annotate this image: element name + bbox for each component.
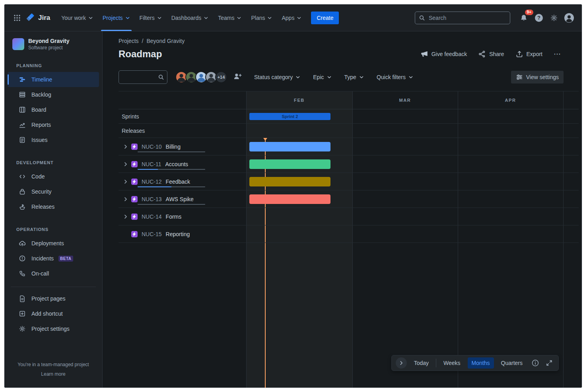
avatar-overflow-count[interactable]: +14 (215, 71, 227, 83)
app-switcher-button[interactable] (11, 12, 23, 24)
nav-item-your-work[interactable]: Your work (56, 4, 98, 31)
epic-filter[interactable]: Epic (313, 74, 331, 80)
epic-name: Forms (166, 213, 182, 220)
epic-bar[interactable] (249, 159, 330, 169)
epic-row-nuc-10[interactable]: NUC-10 Billing (119, 138, 579, 155)
chevron-down-icon (88, 16, 93, 20)
sidebar-item-backlog[interactable]: Backlog (8, 87, 99, 102)
nav-item-teams[interactable]: Teams (213, 4, 246, 31)
epic-progress-track (138, 186, 205, 187)
view-settings-button[interactable]: View settings (511, 71, 564, 83)
epic-bar[interactable] (249, 142, 330, 151)
sidebar-item-on-call[interactable]: On-call (8, 266, 99, 281)
create-button[interactable]: Create (311, 12, 339, 24)
help-button[interactable]: ? (533, 12, 545, 24)
status-category-filter[interactable]: Status category (254, 74, 300, 80)
epic-row-nuc-14[interactable]: NUC-14 Forms (119, 208, 579, 225)
chevron-down-icon (237, 16, 241, 20)
reports-icon (19, 121, 26, 128)
zoom-months-button[interactable]: Months (468, 357, 494, 369)
epic-icon (131, 179, 138, 185)
fullscreen-button[interactable] (544, 358, 554, 368)
expand-chevron-icon[interactable] (121, 177, 130, 186)
expand-chevron-icon[interactable] (121, 142, 130, 151)
zoom-weeks-button[interactable]: Weeks (439, 357, 465, 369)
expand-chevron-icon[interactable] (121, 194, 130, 204)
sidebar-item-issues[interactable]: Issues (8, 132, 99, 147)
epic-progress-track (138, 204, 205, 205)
ship-icon (19, 203, 26, 210)
project-avatar (12, 38, 24, 50)
epic-row-nuc-13[interactable]: NUC-13 AWS Spike (119, 190, 579, 208)
chevron-down-icon (295, 75, 300, 80)
sidebar-item-add-shortcut[interactable]: Add shortcut (8, 306, 99, 321)
epic-key: NUC-12 (142, 179, 162, 185)
today-button[interactable]: Today (410, 357, 433, 369)
more-actions-button[interactable]: ⋯ (554, 50, 561, 58)
profile-button[interactable] (563, 12, 575, 24)
sidebar-item-code[interactable]: Code (8, 169, 99, 184)
quick-filters[interactable]: Quick filters (377, 74, 413, 80)
jira-logo[interactable]: Jira (27, 14, 50, 22)
timeline-zoom-controls: Today Weeks Months Quarters (391, 355, 559, 371)
epic-icon (131, 231, 138, 237)
sprint-bar[interactable]: Sprint 2 (249, 113, 330, 120)
sidebar-item-releases[interactable]: Releases (8, 199, 99, 214)
info-button[interactable] (530, 357, 541, 369)
expand-chevron-icon[interactable] (121, 212, 130, 221)
epic-bar[interactable] (249, 194, 330, 204)
chevron-right-icon (398, 360, 404, 366)
epic-key: NUC-11 (142, 161, 161, 167)
epic-icon (131, 144, 138, 150)
epic-row-nuc-11[interactable]: NUC-11 Accounts (119, 155, 579, 173)
sidebar-item-incidents[interactable]: Incidents BETA (8, 251, 99, 266)
add-people-button[interactable] (233, 72, 242, 83)
nav-item-projects[interactable]: Projects (98, 4, 135, 31)
learn-more-link[interactable]: Learn more (41, 371, 65, 377)
nav-item-apps[interactable]: Apps (277, 4, 306, 31)
team-managed-note: You're in a team-managed project (11, 362, 96, 367)
type-filter[interactable]: Type (344, 74, 364, 80)
zoom-quarters-button[interactable]: Quarters (497, 357, 527, 369)
sidebar-item-board[interactable]: Board (8, 102, 99, 117)
timeline-month-header: FEB MAR APR (119, 91, 579, 109)
epic-key: NUC-14 (142, 213, 162, 220)
scroll-right-button[interactable] (396, 357, 407, 369)
fullscreen-icon (546, 359, 553, 367)
timeline-panel: FEB MAR APR Sprints Sprint 2 Releases (119, 91, 579, 388)
settings-button[interactable] (548, 12, 560, 24)
project-name: Beyond Gravity (28, 38, 69, 44)
sidebar-item-deployments[interactable]: Deployments (8, 236, 99, 251)
chevron-down-icon (267, 16, 272, 20)
sidebar-item-project-settings[interactable]: Project settings (8, 321, 99, 336)
notifications-button[interactable]: 9+ (517, 12, 530, 24)
cloud-upload-icon (19, 240, 26, 247)
share-button[interactable]: Share (478, 50, 504, 58)
nav-item-plans[interactable]: Plans (246, 4, 277, 31)
global-search-input[interactable] (415, 12, 510, 24)
top-navigation-bar: Jira Your work Projects Filters Dashboar… (4, 4, 582, 31)
sidebar-item-reports[interactable]: Reports (8, 117, 99, 132)
epic-row-nuc-15[interactable]: NUC-15 Reporting (119, 225, 579, 243)
epic-progress-track (138, 151, 205, 152)
epic-row-nuc-12[interactable]: NUC-12 Feedback (119, 173, 579, 190)
project-header: Beyond Gravity Software project (4, 38, 102, 50)
export-button[interactable]: Export (515, 50, 542, 58)
nav-item-filters[interactable]: Filters (135, 4, 167, 31)
breadcrumb-projects[interactable]: Projects (119, 38, 139, 44)
sidebar-item-timeline[interactable]: Timeline (8, 72, 99, 87)
epic-bar[interactable] (249, 177, 330, 186)
give-feedback-button[interactable]: Give feedback (420, 50, 467, 58)
info-icon (531, 359, 539, 367)
beta-badge: BETA (58, 256, 73, 262)
month-label: MAR (352, 91, 458, 109)
sidebar-item-security[interactable]: Security (8, 184, 99, 199)
nav-item-dashboards[interactable]: Dashboards (167, 4, 214, 31)
timeline-icon (19, 76, 26, 83)
breadcrumb-project-name[interactable]: Beyond Gravity (146, 38, 185, 44)
sidebar-item-project-pages[interactable]: Project pages (8, 291, 99, 306)
export-icon (515, 50, 523, 58)
sidebar-divider (11, 287, 96, 287)
epic-icon (131, 161, 138, 167)
expand-chevron-icon[interactable] (121, 159, 130, 169)
